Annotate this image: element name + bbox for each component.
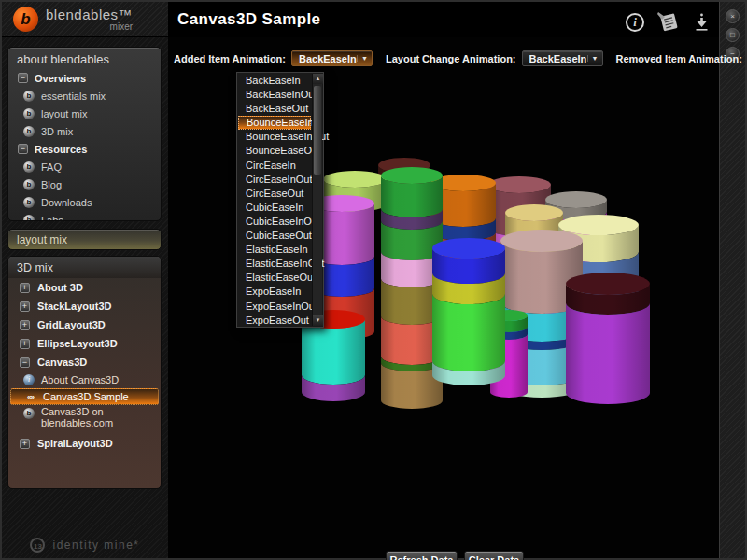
dropdown-item-elasticeaseinout[interactable]: ElasticEaseInOut [238, 257, 311, 271]
dropdown-item-cubiceaseinout[interactable]: CubicEaseInOut [238, 215, 311, 229]
blendables-sphere-icon: b [23, 179, 35, 190]
cylinder-cap [500, 230, 583, 252]
cylinder-cap [381, 167, 443, 184]
sidebar-item-labs[interactable]: bLabs [8, 211, 161, 221]
tree-item-gridlayout3d[interactable]: +GridLayout3D [8, 315, 161, 334]
sidebar-item-label: Downloads [41, 197, 92, 208]
tree-item-spirallayout3d[interactable]: +SpiralLayout3D [8, 434, 161, 453]
animation-combobox-1[interactable]: BackEaseIn▼ [522, 50, 603, 66]
scrollbar-thumb[interactable] [314, 86, 321, 175]
group-label: Resources [35, 144, 87, 155]
dropdown-item-bounceeaseout[interactable]: BounceEaseOut [238, 144, 311, 158]
sidebar-item-blog[interactable]: bBlog [8, 175, 161, 193]
sidebar-item-label: 3D mix [41, 126, 73, 137]
cylinder-cap [487, 176, 551, 193]
threed-mix-panel: 3D mix +About 3D+StackLayout3D+GridLayou… [7, 256, 162, 489]
sidebar-item-label: Blog [41, 179, 62, 190]
dropdown-item-expoeaseinout[interactable]: ExpoEaseInOut [238, 300, 311, 314]
panel3-title: 3D mix [8, 257, 161, 278]
collapse-expander-icon[interactable]: − [18, 73, 28, 83]
maximize-icon[interactable]: □ [726, 28, 740, 42]
sidebar-item-downloads[interactable]: bDownloads [8, 193, 161, 211]
sidebar-group-resources[interactable]: −Resources [8, 140, 161, 158]
tree-item-ellipselayout3d[interactable]: +EllipseLayout3D [8, 334, 161, 353]
blendables-sphere-icon: b [23, 161, 35, 173]
sidebar-item-label: essentials mix [41, 91, 106, 102]
dropdown-scrollbar[interactable]: ▲ ▼ [312, 74, 322, 326]
dropdown-item-circeasein[interactable]: CircEaseIn [238, 159, 311, 173]
chevron-down-icon: ▼ [357, 55, 368, 62]
layout-mix-collapsed-panel[interactable]: layout mix [7, 229, 162, 250]
cylinder-stack [432, 238, 505, 385]
dropdown-item-expoeaseout[interactable]: ExpoEaseOut [238, 314, 311, 328]
group-label: Overviews [35, 73, 86, 84]
tree-expander-icon[interactable]: − [20, 357, 30, 368]
chevron-down-icon: ▼ [587, 55, 599, 62]
dropdown-item-backeasein[interactable]: BackEaseIn [238, 74, 311, 88]
control-label-2: Removed Item Animation: [616, 53, 742, 64]
dropdown-item-elasticeaseout[interactable]: ElasticEaseOut [238, 271, 311, 285]
dropdown-item-bounceeaseinout[interactable]: BounceEaseInOut [238, 130, 311, 144]
tree-expander-icon[interactable]: + [20, 283, 30, 293]
control-label-0: Added Item Animation: [174, 53, 286, 64]
animation-combobox-0[interactable]: BackEaseIn▼ [291, 50, 373, 66]
cylinder-cap [432, 238, 505, 259]
tree-item-stacklayout3d[interactable]: +StackLayout3D [8, 297, 161, 315]
tree-child-canvas3d-sample[interactable]: «»Canvas3D Sample [10, 388, 159, 405]
dropdown-item-cubiceaseout[interactable]: CubicEaseOut [238, 229, 311, 243]
tree-expander-icon[interactable]: + [20, 439, 30, 449]
panel1-title: about blendables [8, 48, 161, 69]
close-icon[interactable]: × [726, 9, 740, 23]
dropdown-item-cubiceasein[interactable]: CubicEaseIn [238, 201, 311, 215]
cylinder-cap [323, 171, 387, 188]
tree-expander-icon[interactable]: + [20, 320, 30, 330]
window-edge-strip: × □ − [719, 2, 745, 558]
cylinder-cap [558, 215, 639, 235]
cylinder-cap [505, 204, 563, 221]
design-notes-icon[interactable] [656, 11, 682, 34]
sidebar: about blendables −Overviewsbessentials m… [2, 37, 168, 558]
combobox-value: BackEaseIn [299, 53, 357, 64]
download-icon[interactable] [694, 12, 710, 33]
clear-data-button[interactable]: Clear Data [464, 551, 524, 560]
blendables-sphere-icon: b [23, 126, 35, 137]
brand-name: blendables™ [46, 7, 133, 21]
dropdown-item-elasticeasein[interactable]: ElasticEaseIn [238, 243, 311, 257]
sidebar-item-label: layout mix [41, 108, 88, 119]
scroll-down-icon[interactable]: ▼ [313, 315, 323, 326]
identity-mine-logo-icon: 13 [30, 538, 45, 553]
sidebar-item-3d-mix[interactable]: b3D mix [8, 122, 161, 140]
cylinder-stack [566, 273, 650, 404]
dropdown-item-circeaseout[interactable]: CircEaseOut [238, 187, 311, 201]
animation-dropdown-list: ▲ ▼ BackEaseInBackEaseInOutBackEaseOutBo… [236, 72, 324, 328]
identity-mine-text: identity mine* [52, 539, 139, 552]
sidebar-item-faq[interactable]: bFAQ [8, 158, 161, 175]
blendables-sphere-icon: b [23, 91, 35, 102]
panel2-title: layout mix [8, 230, 161, 249]
dropdown-item-bounceeasein[interactable]: BounceEaseIn [238, 116, 311, 130]
info-icon[interactable]: i [626, 13, 644, 32]
refresh-data-button[interactable]: Refresh Data [386, 551, 458, 560]
dropdown-item-circeaseinout[interactable]: CircEaseInOut [238, 173, 311, 187]
tree-item-about-3d[interactable]: +About 3D [8, 278, 161, 297]
tree-child-about-canvas3d[interactable]: iAbout Canvas3D [8, 371, 161, 388]
combobox-value: BackEaseIn [529, 53, 587, 64]
page-title: Canvas3D Sample [177, 10, 320, 29]
dropdown-item-backeaseinout[interactable]: BackEaseInOut [238, 88, 311, 102]
main-content: Added Item Animation:BackEaseIn▼Layout C… [168, 37, 719, 558]
tree-child-label: About Canvas3D [41, 374, 119, 385]
sidebar-item-layout-mix[interactable]: blayout mix [8, 105, 161, 122]
brand-block: b blendables™ mixer [2, 2, 168, 37]
sample-eye-icon: «» [24, 393, 36, 401]
collapse-expander-icon[interactable]: − [18, 144, 28, 154]
sidebar-group-overviews[interactable]: −Overviews [8, 69, 161, 87]
about-blendables-panel: about blendables −Overviewsbessentials m… [7, 47, 162, 221]
dropdown-item-expoeasein[interactable]: ExpoEaseIn [238, 285, 311, 299]
tree-expander-icon[interactable]: + [20, 339, 30, 349]
sidebar-item-essentials-mix[interactable]: bessentials mix [8, 87, 161, 105]
scroll-up-icon[interactable]: ▲ [313, 74, 323, 84]
tree-expander-icon[interactable]: + [20, 301, 30, 312]
tree-item-canvas3d[interactable]: −Canvas3D [8, 353, 161, 371]
tree-child-canvas3d-on-blendables.com[interactable]: bCanvas3D on blendables.com [8, 405, 161, 434]
dropdown-item-backeaseout[interactable]: BackEaseOut [238, 102, 311, 116]
